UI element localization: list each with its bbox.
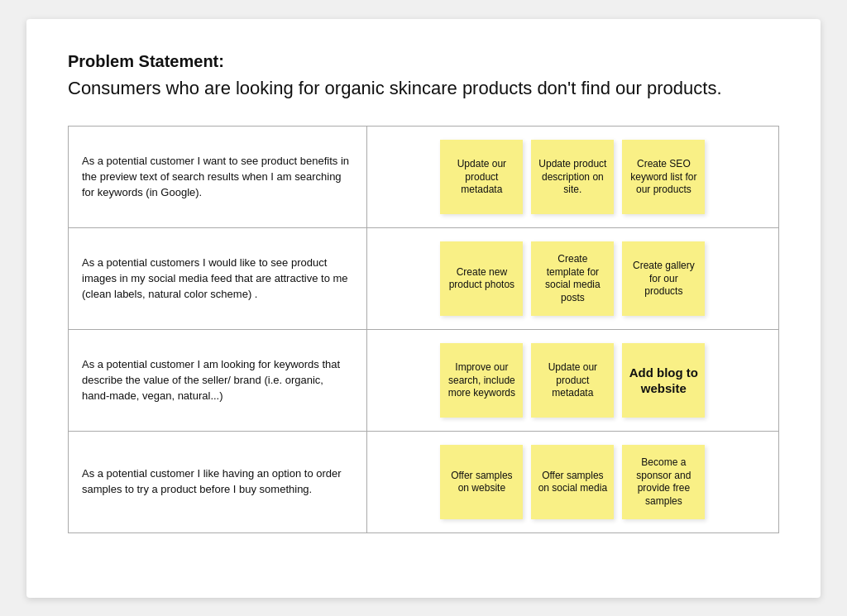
table-row: As a potential customer I want to see pr… [69, 127, 779, 228]
problem-label: Problem Statement: [68, 52, 779, 71]
sticky-notes-container-3: Improve our search, include more keyword… [376, 343, 770, 418]
sticky-note-1-3[interactable]: Create SEO keyword list for our products [622, 140, 705, 214]
sticky-note-3-2[interactable]: Update our product metadata [531, 343, 614, 418]
matrix-table: As a potential customer I want to see pr… [68, 126, 779, 533]
page: Problem Statement: Consumers who are loo… [26, 19, 821, 598]
sticky-note-4-1[interactable]: Offer samples on website [440, 445, 523, 519]
sticky-notes-container-1: Update our product metadataUpdate produc… [376, 140, 770, 214]
sticky-notes-container-2: Create new product photosCreate template… [376, 241, 770, 316]
sticky-note-3-3[interactable]: Add blog to website [622, 343, 705, 418]
sticky-notes-cell-3: Improve our search, include more keyword… [366, 330, 778, 432]
sticky-notes-container-4: Offer samples on websiteOffer samples on… [376, 445, 770, 519]
sticky-note-1-1[interactable]: Update our product metadata [440, 140, 523, 214]
sticky-note-2-2[interactable]: Create template for social media posts [531, 241, 614, 316]
user-story-3: As a potential customer I am looking for… [69, 330, 367, 432]
sticky-note-4-2[interactable]: Offer samples on social media [531, 445, 614, 519]
user-story-4: As a potential customer I like having an… [69, 432, 367, 533]
table-row: As a potential customers I would like to… [69, 228, 779, 330]
problem-statement: Consumers who are looking for organic sk… [68, 76, 779, 102]
sticky-note-2-1[interactable]: Create new product photos [440, 241, 523, 316]
sticky-notes-cell-4: Offer samples on websiteOffer samples on… [366, 432, 778, 533]
sticky-note-1-2[interactable]: Update product description on site. [531, 140, 614, 214]
table-row: As a potential customer I am looking for… [69, 330, 779, 432]
user-story-2: As a potential customers I would like to… [69, 228, 367, 330]
table-row: As a potential customer I like having an… [69, 432, 779, 533]
user-story-1: As a potential customer I want to see pr… [69, 127, 367, 228]
sticky-note-4-3[interactable]: Become a sponsor and provide free sample… [622, 445, 705, 519]
sticky-note-2-3[interactable]: Create gallery for our products [622, 241, 705, 316]
sticky-note-3-1[interactable]: Improve our search, include more keyword… [440, 343, 523, 418]
sticky-notes-cell-1: Update our product metadataUpdate produc… [366, 127, 778, 228]
sticky-notes-cell-2: Create new product photosCreate template… [366, 228, 778, 330]
